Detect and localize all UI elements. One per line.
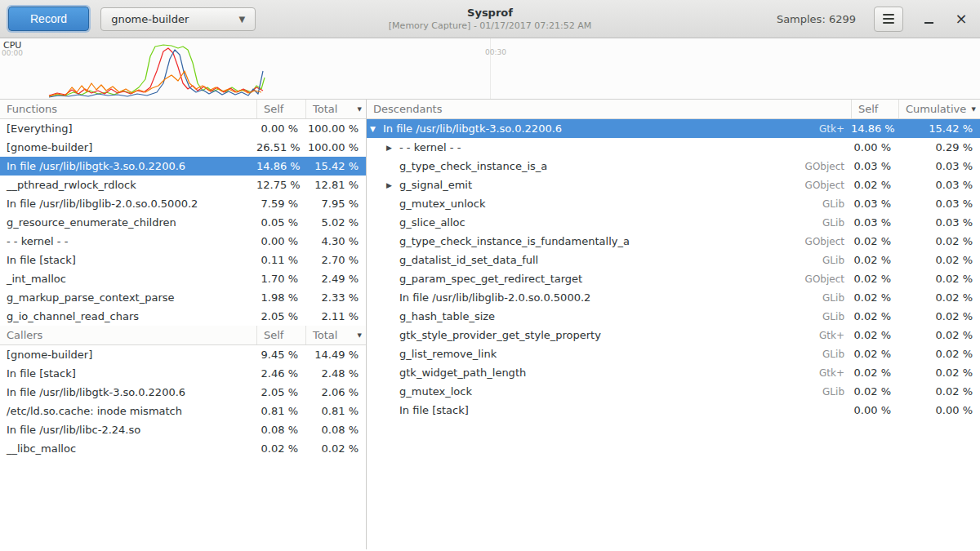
function-row[interactable]: [Everything]0.00 %100.00 %	[0, 119, 366, 138]
function-name-cell: In file /usr/lib/libc-2.24.so	[0, 424, 256, 436]
function-row[interactable]: g_resource_enumerate_children0.05 %5.02 …	[0, 213, 366, 232]
descendant-row[interactable]: g_slice_allocGLib0.03 %0.03 %	[367, 213, 980, 232]
cumulative-percent-cell: 0.02 %	[898, 348, 980, 360]
descendant-name-cell: g_datalist_id_set_data_full	[367, 254, 794, 266]
descendant-name-text: gtk_style_provider_get_style_property	[399, 329, 601, 341]
function-row[interactable]: __pthread_rwlock_rdlock12.75 %12.81 %	[0, 176, 366, 194]
descendants-table-header: Descendants Self Cumulative ▼	[367, 100, 980, 119]
left-pane: Functions Self Total ▼ [Everything]0.00 …	[0, 100, 367, 549]
tree-expander-icon[interactable]: ▶	[386, 181, 399, 189]
descendant-row[interactable]: g_mutex_lockGLib0.02 %0.02 %	[367, 382, 980, 401]
functions-self-column-header[interactable]: Self	[256, 100, 305, 118]
functions-table-body: [Everything]0.00 %100.00 %[gnome-builder…	[0, 119, 366, 326]
cumulative-percent-cell: 0.02 %	[898, 254, 980, 266]
self-percent-cell: 14.86 %	[851, 122, 898, 135]
callers-total-column-header[interactable]: Total ▼	[305, 326, 366, 344]
descendant-name-text: gtk_widget_path_length	[399, 367, 526, 379]
function-row[interactable]: g_markup_parse_context_parse1.98 %2.33 %	[0, 288, 366, 307]
caller-row[interactable]: In file [stack]2.46 %2.48 %	[0, 364, 366, 383]
descendant-row[interactable]: ▶g_signal_emitGObject0.02 %0.03 %	[367, 176, 980, 194]
function-row[interactable]: In file /usr/lib/libgtk-3.so.0.2200.614.…	[0, 157, 366, 176]
tree-expander-icon[interactable]: ▶	[386, 144, 399, 152]
descendant-row[interactable]: g_type_check_instance_is_fundamentally_a…	[367, 232, 980, 251]
callers-column-header[interactable]: Callers	[0, 326, 256, 344]
descendant-name-cell: gtk_widget_path_length	[367, 367, 794, 379]
descendant-row[interactable]: g_hash_table_sizeGLib0.02 %0.02 %	[367, 307, 980, 326]
functions-column-header[interactable]: Functions	[0, 100, 256, 118]
descendant-row[interactable]: In file /usr/lib/libglib-2.0.so.0.5000.2…	[367, 288, 980, 307]
close-button[interactable]: ×	[951, 8, 972, 29]
descendant-row[interactable]: ▶- - kernel - -0.00 %0.29 %	[367, 138, 980, 157]
self-percent-cell: 0.81 %	[256, 405, 305, 417]
descendant-name-text: g_type_check_instance_is_a	[399, 160, 547, 172]
hamburger-menu-button[interactable]	[874, 7, 903, 32]
descendant-row[interactable]: g_type_check_instance_is_aGObject0.03 %0…	[367, 157, 980, 176]
record-button[interactable]: Record	[8, 7, 89, 31]
total-percent-cell: 100.00 %	[305, 141, 366, 153]
self-percent-cell: 0.02 %	[851, 385, 898, 398]
descendant-name-text: - - kernel - -	[399, 141, 461, 153]
category-label: Gtk+	[794, 123, 851, 135]
functions-total-column-header[interactable]: Total ▼	[305, 100, 366, 118]
function-name-cell: [gnome-builder]	[0, 349, 256, 361]
descendant-row[interactable]: ▼In file /usr/lib/libgtk-3.so.0.2200.6Gt…	[367, 119, 980, 138]
descendant-row[interactable]: g_mutex_unlockGLib0.03 %0.03 %	[367, 194, 980, 213]
self-percent-cell: 2.05 %	[256, 310, 305, 322]
self-percent-cell: 0.02 %	[256, 442, 305, 455]
descendants-cumulative-column-header[interactable]: Cumulative ▼	[898, 100, 980, 118]
descendant-name-text: In file /usr/lib/libgtk-3.so.0.2200.6	[383, 122, 562, 135]
function-name-cell: In file /usr/lib/libgtk-3.so.0.2200.6	[0, 160, 256, 172]
descendant-name-cell: g_hash_table_size	[367, 310, 794, 322]
descendant-row[interactable]: g_datalist_id_set_data_fullGLib0.02 %0.0…	[367, 251, 980, 269]
sort-indicator-icon: ▼	[972, 106, 976, 113]
descendant-row[interactable]: In file [stack]0.00 %0.00 %	[367, 401, 980, 420]
caller-row[interactable]: /etc/ld.so.cache: inode mismatch0.81 %0.…	[0, 402, 366, 420]
function-row[interactable]: In file /usr/lib/libglib-2.0.so.0.5000.2…	[0, 194, 366, 213]
descendant-row[interactable]: gtk_widget_path_lengthGtk+0.02 %0.02 %	[367, 363, 980, 382]
self-percent-cell: 0.03 %	[851, 160, 898, 172]
hamburger-icon	[883, 14, 894, 16]
total-percent-cell: 14.49 %	[305, 349, 366, 361]
cumulative-percent-cell: 0.03 %	[898, 198, 980, 210]
close-icon: ×	[955, 11, 967, 26]
total-percent-cell: 0.08 %	[305, 424, 366, 436]
function-name-cell: g_io_channel_read_chars	[0, 310, 256, 322]
self-percent-cell: 2.05 %	[256, 386, 305, 398]
caller-row[interactable]: In file /usr/lib/libgtk-3.so.0.2200.62.0…	[0, 383, 366, 402]
tree-expander-icon[interactable]: ▼	[370, 125, 383, 133]
function-row[interactable]: In file [stack]0.11 %2.70 %	[0, 251, 366, 269]
function-name-cell: - - kernel - -	[0, 235, 256, 247]
caller-row[interactable]: [gnome-builder]9.45 %14.49 %	[0, 345, 366, 364]
descendant-row[interactable]: g_param_spec_get_redirect_targetGObject0…	[367, 269, 980, 288]
descendant-name-text: g_signal_emit	[399, 179, 472, 191]
descendant-row[interactable]: gtk_style_provider_get_style_propertyGtk…	[367, 326, 980, 344]
total-percent-cell: 12.81 %	[305, 179, 366, 191]
sort-indicator-icon: ▼	[358, 332, 362, 339]
descendants-column-header[interactable]: Descendants	[367, 100, 851, 118]
function-name-cell: [gnome-builder]	[0, 141, 256, 153]
self-percent-cell: 0.05 %	[256, 216, 305, 229]
caller-row[interactable]: In file /usr/lib/libc-2.24.so0.08 %0.08 …	[0, 420, 366, 439]
function-name-cell: __pthread_rwlock_rdlock	[0, 179, 256, 191]
cpu-graph-strip[interactable]: CPU 00:00 00:30	[0, 38, 980, 100]
function-name-cell: In file /usr/lib/libglib-2.0.so.0.5000.2	[0, 198, 256, 210]
descendant-name-cell: ▼In file /usr/lib/libgtk-3.so.0.2200.6	[367, 122, 794, 135]
self-percent-cell: 0.00 %	[851, 141, 898, 153]
function-row[interactable]: _int_malloc1.70 %2.49 %	[0, 269, 366, 288]
minimize-button[interactable]	[918, 8, 939, 29]
callers-self-column-header[interactable]: Self	[256, 326, 305, 344]
self-percent-cell: 0.02 %	[851, 273, 898, 285]
total-percent-cell: 100.00 %	[305, 122, 366, 135]
function-name-cell: In file [stack]	[0, 367, 256, 380]
target-process-dropdown[interactable]: gnome-builder ▼	[100, 7, 256, 31]
caller-row[interactable]: __libc_malloc0.02 %0.02 %	[0, 439, 366, 458]
descendants-self-column-header[interactable]: Self	[851, 100, 898, 118]
function-row[interactable]: g_io_channel_read_chars2.05 %2.11 %	[0, 307, 366, 326]
descendant-row[interactable]: g_list_remove_linkGLib0.02 %0.02 %	[367, 344, 980, 363]
self-percent-cell: 0.02 %	[851, 329, 898, 341]
function-row[interactable]: [gnome-builder]26.51 %100.00 %	[0, 138, 366, 157]
function-name-cell: In file [stack]	[0, 254, 256, 266]
window-title: Sysprof	[245, 7, 735, 19]
self-percent-cell: 0.03 %	[851, 198, 898, 210]
function-row[interactable]: - - kernel - -0.00 %4.30 %	[0, 232, 366, 251]
